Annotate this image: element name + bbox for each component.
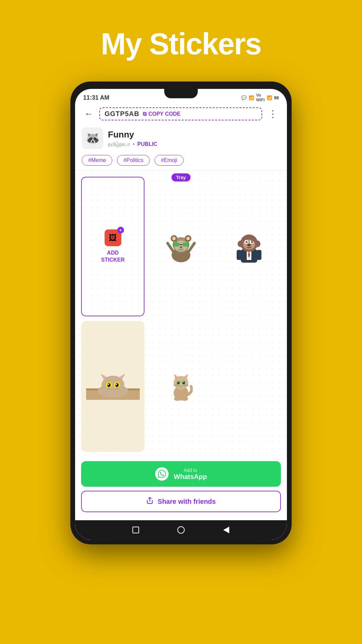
copy-label: COPY CODE — [148, 111, 181, 117]
svg-point-12 — [180, 246, 182, 248]
svg-point-64 — [177, 381, 178, 382]
circle-icon — [177, 526, 185, 534]
sticker-cat-peep[interactable] — [81, 321, 144, 452]
cat-peep-svg — [86, 373, 140, 400]
nav-back-button[interactable] — [222, 525, 231, 535]
plus-icon: + — [117, 227, 124, 233]
triangle-icon — [223, 527, 229, 533]
bottom-buttons: Add to WhatsApp Shar — [75, 458, 287, 520]
svg-line-1 — [168, 243, 173, 251]
pack-avatar: 🦝 — [82, 127, 103, 149]
svg-point-28 — [247, 244, 251, 247]
copy-icon: ⧉ — [143, 111, 146, 117]
tags-row: #Meme #Politics #Emoji — [75, 152, 287, 170]
pack-name: Funny — [108, 129, 157, 140]
phone-screen: 11:31 AM 💬 📶 VoWiFi 📶 98 ← GGTP5AB — [75, 89, 287, 540]
svg-point-53 — [117, 387, 125, 392]
tag-politics[interactable]: #Politics — [117, 155, 150, 166]
svg-point-44 — [115, 383, 119, 387]
raccoon-svg — [166, 230, 196, 263]
share-icon — [146, 497, 154, 506]
copy-code-button[interactable]: ⧉ COPY CODE — [143, 111, 181, 117]
phone-body: 11:31 AM 💬 📶 VoWiFi 📶 98 ← GGTP5AB — [70, 82, 292, 544]
svg-rect-10 — [183, 243, 189, 247]
svg-point-19 — [254, 240, 260, 247]
status-icons: 💬 📶 VoWiFi 📶 98 — [241, 93, 279, 102]
phone-mockup: 11:31 AM 💬 📶 VoWiFi 📶 98 ← GGTP5AB — [70, 82, 292, 544]
phone-notch — [164, 89, 198, 98]
nav-square-button[interactable] — [131, 525, 140, 535]
pack-details: Funny தமிழ்நாடா • PUBLIC — [108, 129, 157, 147]
add-sticker-button[interactable]: + ADD STICKER — [81, 177, 144, 316]
dot-separator: • — [133, 141, 135, 147]
pack-meta: தமிழ்நாடா • PUBLIC — [108, 141, 157, 147]
add-sticker-icon: + — [105, 229, 121, 246]
code-chip: GGTP5AB ⧉ COPY CODE — [99, 107, 262, 120]
sticker-grid: + ADD STICKER Tray — [75, 171, 287, 458]
signal-icon: 📶 — [249, 95, 254, 100]
whatsapp-icon — [155, 467, 169, 481]
wifi-icon: VoWiFi — [256, 93, 264, 102]
add-sticker-label: ADD STICKER — [101, 250, 125, 264]
svg-rect-32 — [257, 250, 261, 260]
tag-emoji[interactable]: #Emoji — [155, 155, 184, 166]
page-background: My Stickers 11:31 AM 💬 📶 VoWiFi 📶 98 — [0, 0, 362, 644]
message-icon: 💬 — [241, 95, 247, 100]
pack-code: GGTP5AB — [105, 110, 139, 118]
svg-point-65 — [183, 381, 184, 382]
chimp-svg — [234, 230, 264, 263]
pack-language: தமிழ்நாடா — [108, 141, 130, 147]
share-with-friends-button[interactable]: Share with friends — [81, 491, 281, 512]
svg-point-72 — [181, 397, 188, 401]
whatsapp-sub-text: Add to — [184, 468, 197, 473]
svg-point-46 — [116, 384, 117, 385]
svg-point-25 — [247, 241, 248, 242]
whatsapp-button-text: Add to WhatsApp — [174, 468, 207, 481]
top-nav: ← GGTP5AB ⧉ COPY CODE ⋮ — [75, 104, 287, 124]
share-button-label: Share with friends — [158, 498, 216, 505]
pack-info: 🦝 Funny தமிழ்நாடா • PUBLIC — [75, 124, 287, 152]
sticker-chimp[interactable] — [218, 177, 281, 316]
sticker-cat-sit[interactable] — [149, 321, 213, 452]
sticker-empty — [218, 321, 281, 452]
pack-visibility: PUBLIC — [137, 141, 158, 147]
svg-point-7 — [186, 237, 190, 240]
svg-point-6 — [172, 237, 176, 240]
nav-home-button[interactable] — [176, 525, 186, 535]
svg-line-2 — [189, 243, 194, 251]
svg-point-43 — [107, 383, 111, 387]
cat-sit-svg — [169, 371, 193, 401]
back-button[interactable]: ← — [82, 107, 96, 120]
svg-point-18 — [238, 240, 244, 247]
whatsapp-main-text: WhatsApp — [174, 473, 207, 481]
svg-point-29 — [248, 244, 249, 246]
tag-meme[interactable]: #Meme — [82, 155, 112, 166]
square-icon — [132, 527, 139, 533]
add-to-whatsapp-button[interactable]: Add to WhatsApp — [81, 461, 281, 487]
svg-point-52 — [101, 387, 109, 392]
svg-point-27 — [251, 237, 256, 241]
more-options-button[interactable]: ⋮ — [265, 107, 280, 121]
svg-point-30 — [249, 244, 250, 246]
status-time: 11:31 AM — [83, 94, 109, 101]
page-title: My Stickers — [101, 27, 261, 61]
svg-point-71 — [174, 397, 181, 401]
battery-label: 98 — [274, 95, 279, 100]
tray-badge: Tray — [172, 173, 191, 181]
wifi-signal-icon: 📶 — [267, 95, 272, 100]
svg-rect-31 — [237, 250, 241, 260]
phone-bottom-bar — [75, 520, 287, 540]
sticker-raccoon[interactable]: Tray — [149, 177, 213, 316]
svg-point-45 — [108, 384, 109, 385]
